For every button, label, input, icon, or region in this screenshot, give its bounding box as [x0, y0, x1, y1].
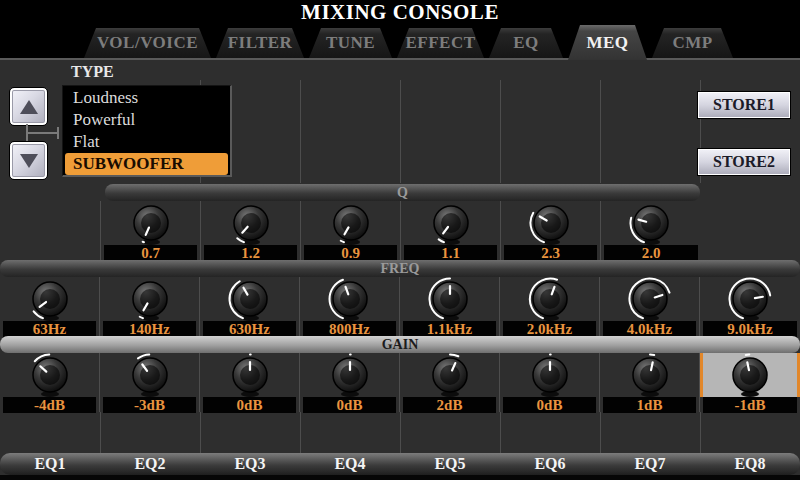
freq-knob-3[interactable] [200, 277, 299, 321]
knob-icon [629, 201, 673, 245]
gain-value-3: 0dB [203, 397, 296, 413]
freq-cell-3: 630Hz [200, 277, 300, 336]
column-divider [600, 412, 601, 453]
freq-value-3: 630Hz [203, 321, 296, 337]
knob-icon [728, 353, 772, 397]
arrow-up-icon [20, 100, 38, 114]
knob-icon [128, 277, 172, 321]
freq-knob-1[interactable] [0, 277, 99, 321]
gain-knob-2[interactable] [100, 353, 199, 397]
q-knob-3[interactable] [301, 201, 400, 245]
q-knob-1[interactable] [101, 201, 200, 245]
knob-icon [229, 201, 273, 245]
freq-knob-8[interactable] [700, 277, 800, 321]
title-bar: MIXING CONSOLE [0, 0, 800, 25]
tab-effect[interactable]: EFFECT [397, 28, 484, 58]
knob-icon [129, 201, 173, 245]
gain-value-8: -1dB [703, 397, 797, 413]
freq-knob-7[interactable] [600, 277, 699, 321]
gain-cell-3: 0dB [200, 353, 300, 412]
button-link-line [26, 132, 59, 134]
bottom-edge [0, 475, 800, 480]
q-knob-6[interactable] [601, 201, 701, 245]
tab-label: FILTER [228, 33, 293, 53]
gain-section-header: GAIN [0, 336, 800, 353]
column-divider [400, 80, 401, 183]
type-option-powerful[interactable]: Powerful [65, 109, 228, 131]
eq-band-label-4: EQ4 [300, 453, 400, 475]
q-knob-2[interactable] [201, 201, 300, 245]
column-divider [200, 412, 201, 453]
q-value-6: 2.0 [604, 245, 698, 261]
store2-button[interactable]: STORE2 [697, 148, 791, 176]
freq-section-header: FREQ [0, 260, 800, 277]
type-up-button[interactable] [9, 87, 48, 126]
knob-icon [628, 353, 672, 397]
gain-knob-6[interactable] [500, 353, 599, 397]
q-value-5: 2.3 [504, 245, 597, 261]
q-value-2: 1.2 [204, 245, 297, 261]
gain-knob-4[interactable] [300, 353, 399, 397]
tab-meq[interactable]: MEQ [568, 25, 647, 60]
tab-eq[interactable]: EQ [489, 28, 563, 58]
freq-knob-6[interactable] [500, 277, 599, 321]
q-knob-4[interactable] [401, 201, 500, 245]
knob-icon [429, 201, 473, 245]
column-divider [500, 412, 501, 453]
store1-button[interactable]: STORE1 [697, 91, 791, 119]
freq-cell-4: 800Hz [300, 277, 400, 336]
eq-band-label-6: EQ6 [500, 453, 600, 475]
type-option-subwoofer[interactable]: SUBWOOFER [65, 153, 228, 175]
tab-label: VOL/VOICE [97, 33, 198, 53]
column-divider [400, 412, 401, 453]
gain-value-6: 0dB [503, 397, 596, 413]
type-option-flat[interactable]: Flat [65, 131, 228, 153]
freq-cell-7: 4.0kHz [600, 277, 700, 336]
q-knob-5[interactable] [501, 201, 600, 245]
type-option-loudness[interactable]: Loudness [65, 87, 228, 109]
q-cell-4: 1.1 [401, 201, 501, 260]
eq-band-label-2: EQ2 [100, 453, 200, 475]
tab-tune[interactable]: TUNE [309, 28, 392, 58]
gain-cell-5: 2dB [400, 353, 500, 412]
type-listbox: LoudnessPowerfulFlatSUBWOOFER [62, 85, 232, 177]
gain-knob-8[interactable] [700, 353, 800, 397]
type-down-button[interactable] [9, 141, 48, 180]
tab-label: TUNE [326, 33, 375, 53]
tab-cmp[interactable]: CMP [652, 28, 733, 58]
knob-icon [628, 277, 672, 321]
tab-vol-voice[interactable]: VOL/VOICE [84, 28, 211, 58]
freq-knob-2[interactable] [100, 277, 199, 321]
meq-panel: TYPE LoudnessPowerfulFlatSUBWOOFER STORE… [0, 58, 800, 480]
freq-knob-4[interactable] [300, 277, 399, 321]
column-divider [600, 80, 601, 183]
freq-value-4: 800Hz [303, 321, 396, 337]
gain-knob-7[interactable] [600, 353, 699, 397]
gain-knob-1[interactable] [0, 353, 99, 397]
q-value-3: 0.9 [304, 245, 397, 261]
column-divider [300, 412, 301, 453]
tab-label: EQ [513, 33, 539, 53]
knob-icon [328, 277, 372, 321]
gain-cell-8: -1dB [700, 353, 800, 412]
freq-knob-5[interactable] [400, 277, 499, 321]
tab-filter[interactable]: FILTER [216, 28, 304, 58]
gain-knob-5[interactable] [400, 353, 499, 397]
tab-label: CMP [672, 33, 712, 53]
column-divider [700, 412, 701, 453]
freq-value-8: 9.0kHz [703, 321, 797, 337]
knob-icon [528, 353, 572, 397]
freq-cell-6: 2.0kHz [500, 277, 600, 336]
freq-cell-8: 9.0kHz [700, 277, 800, 336]
knob-icon [228, 353, 272, 397]
type-option-label: SUBWOOFER [73, 154, 184, 173]
gain-cell-4: 0dB [300, 353, 400, 412]
gain-value-1: -4dB [3, 397, 96, 413]
eq-band-label-7: EQ7 [600, 453, 700, 475]
gain-knob-3[interactable] [200, 353, 299, 397]
tab-label: MEQ [586, 33, 628, 53]
q-value-1: 0.7 [104, 245, 197, 261]
freq-knob-row: 63Hz140Hz630Hz800Hz1.1kHz2.0kHz4.0kHz9.0… [0, 277, 800, 336]
knob-icon [28, 277, 72, 321]
eq-band-label-bar: EQ1EQ2EQ3EQ4EQ5EQ6EQ7EQ8 [0, 453, 800, 475]
